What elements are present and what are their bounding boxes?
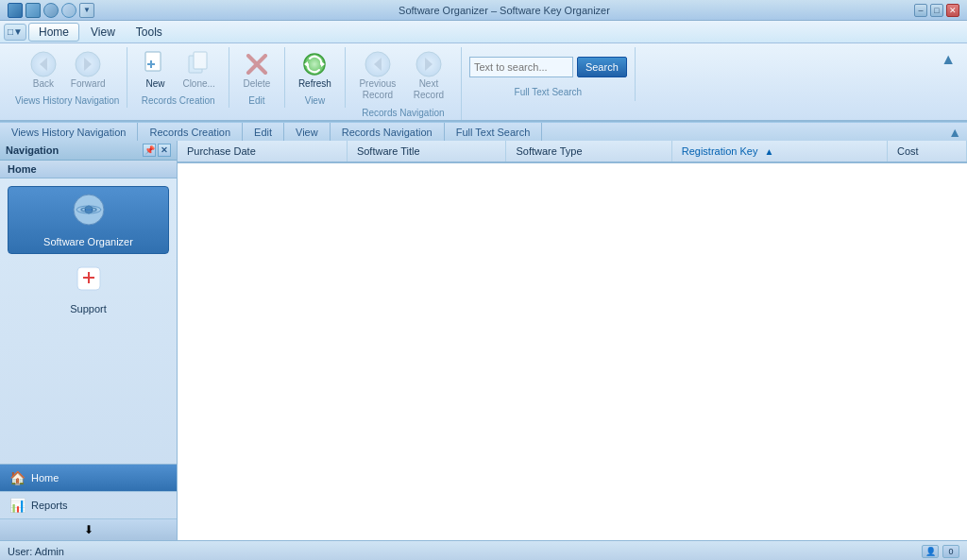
status-count: 0	[942, 545, 959, 558]
title-bar: ▼ Software Organizer – Software Key Orga…	[0, 0, 967, 21]
sidebar-home-label: Home	[0, 161, 177, 178]
ribbon-group-edit: Delete Edit	[229, 47, 285, 108]
sidebar-nav-reports[interactable]: 📊 Reports	[0, 492, 177, 519]
data-table: Purchase Date Software Title Software Ty…	[178, 141, 967, 163]
col-registration-key[interactable]: Registration Key ▲	[671, 141, 887, 162]
sidebar-pin-button[interactable]: 📌	[143, 144, 156, 157]
col-software-title[interactable]: Software Title	[347, 141, 506, 162]
support-label: Support	[70, 303, 107, 314]
menu-item-view[interactable]: View	[81, 24, 125, 41]
clone-icon	[185, 50, 213, 78]
ribbon-group-navigation: Back Forward Views History Navigation	[8, 47, 127, 108]
previous-record-button[interactable]: Previous Record	[353, 47, 402, 104]
software-organizer-label: Software Organizer	[43, 236, 133, 247]
svg-rect-24	[88, 272, 90, 283]
delete-icon	[243, 50, 271, 78]
tg-records-nav[interactable]: Records Navigation	[331, 123, 445, 141]
sidebar-item-support[interactable]: Support	[8, 258, 169, 320]
previous-icon	[364, 50, 392, 78]
ribbon-group-view: Refresh View	[285, 47, 346, 108]
data-table-container: Purchase Date Software Title Software Ty…	[178, 141, 967, 540]
next-record-button[interactable]: Next Record	[404, 47, 453, 104]
tg-search[interactable]: Full Text Search	[445, 123, 543, 141]
ribbon-group-rec-nav: Previous Record Next Record Records Navi…	[346, 47, 462, 120]
tg-edit[interactable]: Edit	[243, 123, 284, 141]
sort-arrow-icon: ▲	[765, 146, 774, 157]
clone-button[interactable]: Clone...	[177, 47, 220, 92]
forward-icon	[74, 50, 102, 78]
status-icon-1: 👤	[922, 545, 939, 558]
title-bar-icons: ▼	[8, 3, 94, 18]
window-controls[interactable]: – □ ✕	[914, 4, 959, 17]
app-title: Software Organizer – Software Key Organi…	[94, 5, 914, 16]
sidebar-items: Software Organizer Support	[0, 178, 177, 464]
sidebar-item-software-organizer[interactable]: Software Organizer	[8, 186, 169, 254]
sidebar-nav-home[interactable]: 🏠 Home	[0, 465, 177, 492]
back-icon	[29, 50, 58, 78]
quick-access-btn[interactable]: □▼	[4, 24, 26, 41]
sidebar-bottom: 🏠 Home 📊 Reports ⬇	[0, 464, 177, 540]
support-icon	[74, 263, 104, 299]
delete-button[interactable]: Delete	[237, 47, 277, 92]
software-organizer-icon	[72, 193, 106, 232]
sidebar-header: Navigation 📌 ✕	[0, 141, 177, 161]
col-cost[interactable]: Cost	[888, 141, 967, 162]
back-button[interactable]: Back	[24, 47, 63, 92]
new-icon	[141, 50, 169, 78]
menu-item-home[interactable]: Home	[28, 23, 79, 42]
col-software-type[interactable]: Software Type	[506, 141, 671, 162]
user-label: User: Admin	[8, 546, 64, 557]
restore-button[interactable]: □	[930, 4, 943, 17]
sidebar-close-button[interactable]: ✕	[158, 144, 171, 157]
tg-view[interactable]: View	[284, 123, 331, 141]
refresh-button[interactable]: Refresh	[293, 47, 337, 92]
status-right: 👤 0	[922, 545, 959, 558]
col-purchase-date[interactable]: Purchase Date	[178, 141, 347, 162]
menu-item-tools[interactable]: Tools	[127, 24, 172, 41]
close-button[interactable]: ✕	[946, 4, 959, 17]
sidebar-expand-button[interactable]: ⬇	[0, 519, 177, 540]
main-area: Navigation 📌 ✕ Home Software Organizer	[0, 141, 967, 540]
refresh-icon	[300, 50, 329, 78]
minimize-button[interactable]: –	[914, 4, 927, 17]
reports-nav-icon: 📊	[9, 498, 25, 513]
tg-records-creation[interactable]: Records Creation	[138, 123, 243, 141]
ribbon-collapse-button[interactable]: ▲	[937, 47, 959, 72]
menu-bar: □▼ Home View Tools	[0, 21, 967, 43]
home-nav-icon: 🏠	[9, 470, 25, 485]
next-icon	[415, 50, 443, 78]
sidebar: Navigation 📌 ✕ Home Software Organizer	[0, 141, 178, 540]
tg-views-history[interactable]: Views History Navigation	[0, 123, 138, 141]
ribbon-group-search: Search Full Text Search	[462, 47, 636, 101]
content-area: Purchase Date Software Title Software Ty…	[178, 141, 967, 540]
svg-rect-6	[150, 60, 152, 68]
svg-rect-4	[145, 52, 161, 71]
new-button[interactable]: New	[135, 47, 175, 92]
ribbon: Back Forward Views History Navigation	[0, 43, 967, 122]
forward-button[interactable]: Forward	[65, 47, 111, 92]
toolbar-scroll-up[interactable]: ▲	[942, 123, 967, 142]
svg-point-19	[85, 206, 93, 213]
ribbon-group-creation: New Clone... Records Creation	[127, 47, 229, 108]
search-button[interactable]: Search	[577, 57, 627, 77]
toolbar-groups: Views History Navigation Records Creatio…	[0, 122, 967, 141]
search-input[interactable]	[469, 57, 573, 77]
status-bar: User: Admin 👤 0	[0, 540, 967, 560]
svg-rect-8	[194, 52, 207, 69]
